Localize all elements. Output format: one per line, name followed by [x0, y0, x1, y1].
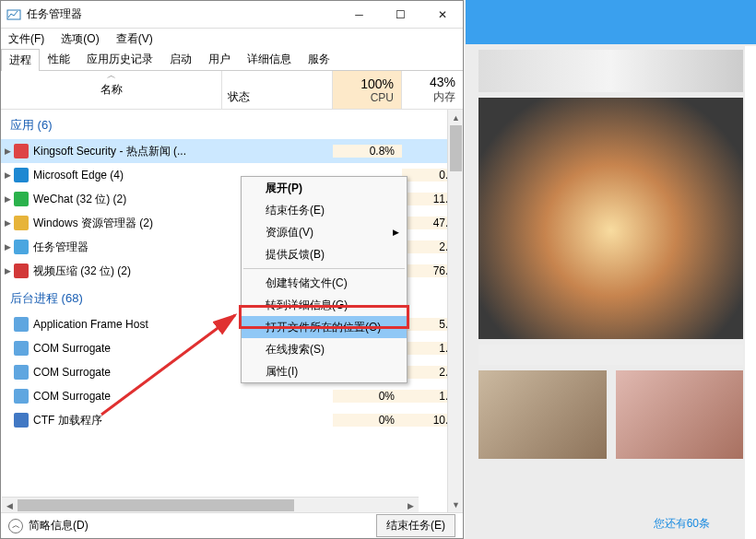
horizontal-scrollbar[interactable]: ◀ ▶	[2, 497, 419, 512]
process-name: CTF 加载程序	[33, 413, 222, 428]
process-name: 视频压缩 (32 位) (2)	[33, 264, 222, 279]
side-status-text: 您还有60条	[654, 516, 710, 532]
expand-toggle-icon[interactable]: ▶	[1, 242, 14, 252]
scroll-left-icon[interactable]: ◀	[2, 498, 18, 513]
col-name-label: 名称	[100, 82, 123, 98]
close-button[interactable]: ✕	[421, 1, 463, 29]
context-menu: 展开(P) 结束任务(E) 资源值(V)▶ 提供反馈(B) 创建转储文件(C) …	[241, 176, 408, 383]
menu-separator	[243, 268, 405, 269]
tab-app-history[interactable]: 应用历史记录	[78, 48, 161, 70]
process-name: WeChat (32 位) (2)	[33, 192, 222, 207]
expand-toggle-icon[interactable]: ▶	[1, 218, 14, 228]
titlebar: 任务管理器 ─ ☐ ✕	[1, 1, 463, 29]
process-cpu: 0%	[333, 414, 402, 427]
menu-goto-details[interactable]: 转到详细信息(G)	[242, 294, 407, 316]
process-icon	[14, 168, 29, 182]
menu-options[interactable]: 选项(O)	[57, 29, 102, 49]
menubar: 文件(F) 选项(O) 查看(V)	[1, 29, 463, 49]
col-memory[interactable]: 43% 内存	[402, 71, 463, 109]
col-name[interactable]: ︿ 名称	[1, 71, 222, 109]
process-row[interactable]: COM Surrogate0%1.1	[1, 384, 463, 408]
tab-performance[interactable]: 性能	[40, 48, 78, 70]
col-status-label: 状态	[228, 89, 250, 105]
process-icon	[14, 264, 29, 278]
process-name: Microsoft Edge (4)	[33, 169, 222, 182]
process-icon	[14, 240, 29, 254]
tab-startup[interactable]: 启动	[161, 48, 200, 70]
side-titlebar	[466, 0, 756, 44]
menu-resource-values[interactable]: 资源值(V)▶	[242, 221, 407, 243]
tab-services[interactable]: 服务	[300, 48, 338, 70]
expand-toggle-icon[interactable]: ▶	[1, 146, 14, 156]
menu-file[interactable]: 文件(F)	[5, 29, 48, 49]
v-scroll-thumb[interactable]	[450, 125, 462, 171]
section-header: 应用 (6)	[1, 110, 463, 139]
tab-users[interactable]: 用户	[200, 48, 239, 70]
process-icon	[14, 317, 29, 332]
maximize-button[interactable]: ☐	[380, 1, 421, 29]
col-status[interactable]: 状态	[222, 71, 333, 109]
background-window: 您还有60条	[466, 0, 756, 539]
process-icon	[14, 192, 29, 206]
cpu-label: CPU	[371, 91, 394, 104]
expand-toggle-icon[interactable]: ▶	[1, 170, 14, 180]
process-icon	[14, 341, 29, 356]
process-icon	[14, 389, 29, 404]
side-row	[478, 345, 743, 365]
vertical-scrollbar[interactable]: ▲ ▼	[447, 110, 463, 512]
process-name: COM Surrogate	[33, 366, 222, 379]
window-title: 任务管理器	[27, 6, 338, 22]
process-name: Windows 资源管理器 (2)	[33, 216, 222, 231]
process-name: COM Surrogate	[33, 342, 222, 355]
minimize-button[interactable]: ─	[338, 1, 380, 29]
menu-properties[interactable]: 属性(I)	[242, 360, 407, 382]
side-image-1	[478, 98, 743, 339]
menu-create-dump[interactable]: 创建转储文件(C)	[242, 272, 407, 294]
process-cpu: 0.8%	[333, 145, 402, 158]
end-task-button[interactable]: 结束任务(E)	[376, 514, 455, 537]
submenu-arrow-icon: ▶	[393, 228, 399, 237]
process-icon	[14, 216, 29, 230]
menu-expand[interactable]: 展开(P)	[242, 177, 407, 199]
process-icon	[14, 144, 29, 158]
process-name: Application Frame Host	[33, 318, 222, 331]
mem-label: 内存	[433, 89, 455, 105]
expand-toggle-icon[interactable]: ▶	[1, 194, 14, 204]
scroll-up-icon[interactable]: ▲	[448, 110, 464, 125]
footer: ︿ 简略信息(D) 结束任务(E)	[1, 512, 463, 538]
side-content-area	[478, 50, 743, 92]
menu-open-file-location[interactable]: 打开文件所在的位置(O)	[242, 316, 407, 338]
process-icon	[14, 413, 29, 428]
col-cpu[interactable]: 100% CPU	[333, 71, 402, 109]
tabbar: 进程 性能 应用历史记录 启动 用户 详细信息 服务	[1, 49, 463, 71]
process-name: 任务管理器	[33, 240, 222, 255]
side-scrollbar[interactable]	[745, 46, 756, 539]
menu-search-online[interactable]: 在线搜索(S)	[242, 338, 407, 360]
menu-end-task[interactable]: 结束任务(E)	[242, 199, 407, 221]
expand-toggle-icon[interactable]: ▶	[1, 266, 14, 275]
h-scroll-thumb[interactable]	[18, 499, 294, 511]
tab-details[interactable]: 详细信息	[239, 48, 300, 70]
cpu-percent: 100%	[360, 76, 394, 91]
column-headers: ︿ 名称 状态 100% CPU 43% 内存	[1, 71, 463, 110]
process-row[interactable]: ▶Kingsoft Security - 热点新闻 (...0.8%	[1, 139, 463, 163]
scroll-right-icon[interactable]: ▶	[403, 498, 419, 513]
menu-feedback[interactable]: 提供反馈(B)	[242, 243, 407, 265]
svg-rect-0	[7, 10, 20, 19]
process-name: Kingsoft Security - 热点新闻 (...	[33, 144, 222, 159]
mem-percent: 43%	[430, 75, 455, 89]
process-row[interactable]: CTF 加载程序0%10.3	[1, 408, 463, 432]
brief-info-label[interactable]: 简略信息(D)	[29, 518, 89, 533]
process-icon	[14, 365, 29, 380]
menu-view[interactable]: 查看(V)	[112, 29, 157, 49]
sort-indicator-icon: ︿	[107, 69, 116, 82]
scroll-down-icon[interactable]: ▼	[448, 497, 464, 512]
tab-processes[interactable]: 进程	[1, 49, 40, 71]
side-thumb-1	[478, 370, 607, 459]
process-name: COM Surrogate	[33, 390, 222, 403]
side-thumb-2	[616, 370, 744, 459]
process-cpu: 0%	[333, 390, 402, 403]
app-icon	[6, 7, 21, 22]
menu-resource-values-label: 资源值(V)	[266, 225, 313, 240]
fewer-details-icon[interactable]: ︿	[8, 519, 23, 533]
